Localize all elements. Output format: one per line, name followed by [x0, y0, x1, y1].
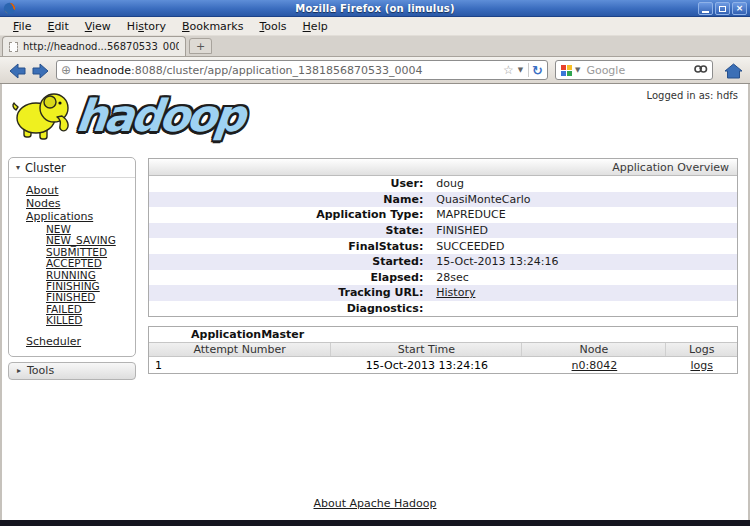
tools-section-header[interactable]: ▸ Tools	[8, 362, 136, 380]
url-input[interactable]: headnode:8088/cluster/app/application_13…	[76, 64, 501, 77]
overview-row-name: Name: QuasiMonteCarlo	[149, 192, 737, 208]
menu-file[interactable]: File	[5, 18, 39, 35]
menu-view[interactable]: View	[77, 18, 119, 35]
overview-row-started: Started: 15-Oct-2013 13:24:16	[149, 254, 737, 270]
hadoop-logo: hadoop	[10, 88, 242, 144]
sidebar: ▾ Cluster About Nodes Applications NEW N…	[8, 157, 136, 380]
chevron-down-icon: ▾	[16, 163, 20, 172]
panel-title: Application Overview	[149, 159, 737, 176]
tab-bar: http://headnod...56870533_0004 +	[0, 36, 750, 57]
menu-bar: File Edit View History Bookmarks Tools H…	[0, 17, 750, 36]
window-bottom-frame	[0, 520, 750, 526]
overview-row-diagnostics: Diagnostics:	[149, 301, 737, 317]
forward-arrow-icon	[32, 63, 50, 79]
row-value: 28sec	[428, 271, 469, 284]
node-link[interactable]: n0:8042	[572, 359, 618, 372]
menu-history[interactable]: History	[119, 18, 174, 35]
home-button[interactable]	[722, 61, 744, 80]
search-bar[interactable]: ▼ Google	[555, 60, 713, 80]
row-value: doug	[428, 177, 464, 190]
reload-icon[interactable]: ↻	[532, 64, 543, 77]
sidebar-item-killed[interactable]: KILLED	[46, 315, 135, 326]
column-header-logs: Logs	[666, 343, 737, 356]
overview-row-user: User: doug	[149, 176, 737, 192]
back-arrow-icon	[8, 63, 26, 79]
minimize-button[interactable]	[698, 2, 713, 15]
overview-row-state: State: FINISHED	[149, 223, 737, 239]
row-label: User:	[149, 177, 428, 190]
overview-row-application-type: Application Type: MAPREDUCE	[149, 207, 737, 223]
logged-in-status: Logged in as: hdfs	[647, 90, 738, 101]
page-footer: About Apache Hadoop	[2, 497, 748, 510]
sidebar-item-applications[interactable]: Applications	[26, 210, 135, 223]
about-apache-hadoop-link[interactable]: About Apache Hadoop	[314, 497, 437, 510]
tools-section-label: Tools	[27, 364, 54, 377]
overview-row-finalstatus: FinalStatus: SUCCEEDED	[149, 238, 737, 254]
search-engine-dropdown-icon[interactable]: ▼	[575, 66, 580, 74]
active-tab[interactable]: http://headnod...56870533_0004	[2, 36, 186, 56]
search-input[interactable]: Google	[586, 64, 694, 77]
application-overview-panel: Application Overview User: doug Name: Qu…	[148, 158, 738, 317]
menu-bookmarks[interactable]: Bookmarks	[174, 18, 251, 35]
browser-window: Mozilla Firefox (on limulus) × File Edit…	[0, 0, 750, 526]
cluster-section-header[interactable]: ▾ Cluster	[9, 158, 135, 178]
sidebar-item-nodes[interactable]: Nodes	[26, 197, 135, 210]
row-label: Started:	[149, 255, 428, 268]
row-value: SUCCEEDED	[428, 240, 504, 253]
table-row: 1 15-Oct-2013 13:24:16 n0:8042 logs	[149, 357, 737, 373]
row-value: QuasiMonteCarlo	[428, 193, 530, 206]
logs-link[interactable]: logs	[690, 359, 713, 372]
row-label: FinalStatus:	[149, 240, 428, 253]
sidebar-item-accepted[interactable]: ACCEPTED	[46, 258, 135, 269]
site-identity-icon[interactable]: ⊕	[61, 64, 71, 76]
url-bar[interactable]: ⊕ headnode:8088/cluster/app/application_…	[56, 60, 548, 80]
window-title: Mozilla Firefox (on limulus)	[0, 3, 750, 14]
history-link[interactable]: History	[436, 286, 475, 299]
menu-tools[interactable]: Tools	[251, 18, 294, 35]
menu-edit[interactable]: Edit	[39, 18, 76, 35]
column-header-start-time: Start Time	[331, 343, 522, 356]
row-value: MAPREDUCE	[428, 208, 505, 221]
close-button[interactable]: ×	[732, 2, 747, 15]
page-icon	[9, 42, 18, 52]
back-button[interactable]	[7, 61, 27, 80]
cluster-nav-box: ▾ Cluster About Nodes Applications NEW N…	[8, 157, 136, 357]
menu-help[interactable]: Help	[295, 18, 336, 35]
attempt-number-cell: 1	[149, 359, 331, 372]
forward-button[interactable]	[31, 61, 51, 80]
divider	[528, 63, 529, 77]
window-titlebar: Mozilla Firefox (on limulus) ×	[0, 0, 750, 17]
master-table-header-row: Attempt Number Start Time Node Logs	[149, 342, 737, 357]
new-tab-button[interactable]: +	[189, 38, 212, 54]
sidebar-item-scheduler[interactable]: Scheduler	[26, 335, 135, 348]
maximize-icon	[719, 6, 726, 12]
page-content: hadoop Logged in as: hdfs ▾ Cluster Abou…	[2, 84, 748, 520]
row-value: 15-Oct-2013 13:24:16	[428, 255, 558, 268]
close-icon: ×	[736, 4, 744, 13]
row-label: Name:	[149, 193, 428, 206]
start-time-cell: 15-Oct-2013 13:24:16	[331, 359, 522, 372]
maximize-button[interactable]	[715, 2, 730, 15]
application-master-panel: ApplicationMaster Attempt Number Start T…	[148, 326, 738, 374]
overview-row-elapsed: Elapsed: 28sec	[149, 270, 737, 286]
search-go-icon[interactable]	[694, 64, 708, 76]
row-label: State:	[149, 224, 428, 237]
url-dropdown-icon[interactable]: ▼	[518, 66, 523, 74]
column-header-node: Node	[522, 343, 666, 356]
row-label: Diagnostics:	[149, 302, 428, 315]
plus-icon: +	[196, 40, 205, 53]
cluster-section-label: Cluster	[25, 161, 66, 175]
sidebar-item-about[interactable]: About	[26, 184, 135, 197]
tab-title: http://headnod...56870533_0004	[23, 41, 179, 52]
hadoop-logo-text: hadoop	[74, 94, 245, 138]
overview-row-tracking-url: Tracking URL: History	[149, 285, 737, 301]
bookmark-star-icon[interactable]: ☆	[503, 63, 514, 77]
row-value: FINISHED	[428, 224, 488, 237]
row-label: Elapsed:	[149, 271, 428, 284]
main-content: Application Overview User: doug Name: Qu…	[148, 158, 738, 374]
navigation-toolbar: ⊕ headnode:8088/cluster/app/application_…	[0, 57, 750, 84]
home-icon	[724, 63, 743, 79]
google-logo-icon[interactable]	[560, 64, 573, 77]
hadoop-elephant-icon	[10, 88, 74, 144]
row-label: Application Type:	[149, 208, 428, 221]
